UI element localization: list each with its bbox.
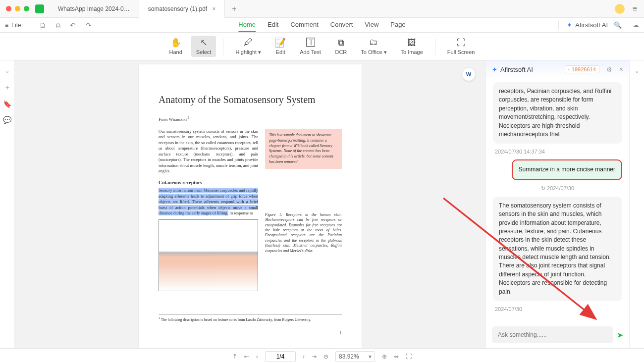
doc-para2: Sensory information from Meissner corpus… (159, 188, 258, 216)
ai-badge[interactable]: ✦ Afirstsoft AI (567, 21, 608, 29)
ai-message: receptors, Pacinian corpuscles, and Ruff… (493, 82, 622, 144)
menu-view[interactable]: View (365, 18, 378, 32)
save-icon[interactable]: 🗎 (37, 21, 48, 29)
tab-label: WhatsApp Image 2024-0… (58, 5, 130, 12)
comments-icon[interactable]: 💬 (3, 116, 11, 124)
zoom-out-icon[interactable]: ⊖ (323, 353, 328, 360)
zoom-in-icon[interactable]: ⊕ (382, 353, 387, 360)
doc-title: Anatomy of the Somatosensory System (159, 94, 342, 105)
ai-panel: ✦ Afirstsoft AI ▫ 19926614 ⚙ × receptors… (485, 60, 629, 348)
page-input[interactable] (265, 351, 296, 362)
maximize-window-button[interactable] (24, 6, 29, 11)
close-window-button[interactable] (6, 6, 11, 11)
scroll-top-icon[interactable]: ⤒ (232, 353, 237, 360)
figure-caption: Figure 1: Receptors in the human skin: M… (265, 212, 342, 254)
user-message: Summarize in a more cncise manner (512, 159, 622, 180)
tool-label: OCR (335, 49, 347, 55)
convert-to-word-badge[interactable]: W (462, 67, 476, 81)
print-icon[interactable]: ⎙ (54, 21, 62, 29)
ai-label: Afirstsoft AI (575, 21, 608, 29)
tool-highlight[interactable]: 🖊 Highlight ▾ (230, 36, 266, 57)
tool-label: Add Text (300, 49, 321, 55)
redo-icon[interactable]: ↷ (84, 21, 94, 29)
tool-full-screen[interactable]: ⛶ Full Screen (442, 36, 480, 57)
page-number: 1 (340, 330, 342, 335)
user-avatar[interactable] (615, 4, 625, 14)
text-icon: 🅃 (306, 38, 315, 48)
tool-edit[interactable]: 📝 Edit (270, 36, 291, 57)
minimize-window-button[interactable] (15, 6, 20, 11)
menu-home[interactable]: Home (238, 18, 256, 32)
doc-footnote: 1 The following description is based on … (159, 314, 342, 322)
menu-comment[interactable]: Comment (290, 18, 318, 32)
file-menu[interactable]: ≡ File (5, 22, 21, 29)
sparkle-icon: ✦ (492, 66, 497, 73)
menu-convert[interactable]: Convert (330, 18, 353, 32)
edit-icon: 📝 (275, 38, 286, 48)
ai-credits-badge[interactable]: ▫ 19926614 (565, 65, 599, 73)
tool-ocr[interactable]: ⧉ OCR (330, 36, 352, 57)
tool-select[interactable]: ↖ Select (191, 36, 216, 57)
gear-icon[interactable]: ⚙ (606, 66, 612, 73)
menu-tabs: Home Edit Comment Convert View Page (238, 18, 405, 32)
statusbar: ⤒ ⇤ ‹ › ⇥ ⊖ 83.92%▾ ⊕ ⇔ ⛶ (0, 348, 644, 364)
add-tab-button[interactable]: + (225, 4, 243, 13)
message-time: ↻ 2024/07/30 (493, 184, 622, 193)
search-icon[interactable]: 🔍 (614, 21, 622, 29)
tool-label: To Image (401, 49, 423, 55)
ai-panel-title: Afirstsoft AI (500, 66, 533, 73)
ai-input[interactable] (492, 326, 613, 343)
bookmarks-icon[interactable]: 🔖 (3, 100, 11, 108)
doc-para1: Our somatosensory system consists of sen… (159, 129, 258, 174)
last-page-icon[interactable]: ⇥ (312, 353, 317, 360)
close-tab-icon[interactable]: × (212, 5, 215, 12)
ai-input-row: ➤ (486, 321, 629, 348)
send-icon[interactable]: ➤ (617, 330, 623, 340)
window-controls (0, 6, 35, 11)
undo-icon[interactable]: ↶ (68, 21, 78, 29)
image-icon: 🖼 (407, 38, 416, 48)
highlighter-icon: 🖊 (244, 38, 253, 48)
menu-page[interactable]: Page (390, 18, 405, 32)
pdf-page: Anatomy of the Somatosensory System From… (139, 64, 362, 348)
tool-add-text[interactable]: 🅃 Add Text (295, 36, 326, 57)
tool-label: Highlight ▾ (235, 49, 261, 55)
main-menu-icon[interactable]: ≡ (633, 4, 637, 13)
next-page-icon[interactable]: › (303, 353, 305, 360)
properties-icon[interactable]: ▫ (636, 67, 638, 75)
right-rail: ▫ (629, 60, 644, 348)
prev-page-icon[interactable]: ‹ (256, 353, 258, 360)
message-time: 2024/07/30 (493, 305, 622, 313)
zoom-select[interactable]: 83.92%▾ (335, 351, 375, 362)
ai-messages[interactable]: receptors, Pacinian corpuscles, and Ruff… (486, 78, 629, 321)
tool-label: Edit (276, 49, 285, 55)
doc-source: From Wikibooks1 (159, 115, 342, 122)
add-page-icon[interactable]: ＋ (4, 83, 11, 92)
fit-width-icon[interactable]: ⇔ (394, 353, 399, 360)
hand-icon: ✋ (170, 38, 181, 48)
first-page-icon[interactable]: ⇤ (244, 353, 249, 360)
tab-whatsapp-image[interactable]: WhatsApp Image 2024-0… (49, 0, 139, 18)
fit-page-icon[interactable]: ⛶ (406, 353, 412, 360)
tab-somatosensory[interactable]: somatosensory (1).pdf × (139, 0, 225, 18)
figure-1 (159, 219, 258, 291)
tab-label: somatosensory (1).pdf (148, 5, 207, 12)
fullscreen-icon: ⛶ (457, 38, 466, 48)
doc-subhead: Cutaneous receptors (159, 179, 258, 186)
toolbar: ✋ Hand ↖ Select 🖊 Highlight ▾ 📝 Edit 🅃 A… (0, 33, 644, 60)
tool-to-office[interactable]: 🗂 To Office ▾ (356, 36, 391, 57)
sparkle-icon: ✦ (567, 21, 572, 29)
hamburger-icon: ≡ (5, 22, 8, 29)
tool-label: Hand (169, 49, 182, 55)
tool-label: Select (196, 49, 212, 55)
doc-note: This is a sample document to showcase pa… (265, 129, 342, 169)
thumbnails-icon[interactable]: ▫ (6, 67, 8, 75)
close-panel-icon[interactable]: × (619, 65, 623, 73)
tool-hand[interactable]: ✋ Hand (164, 36, 187, 57)
document-area[interactable]: Anatomy of the Somatosensory System From… (15, 60, 485, 348)
titlebar: WhatsApp Image 2024-0… somatosensory (1)… (0, 0, 644, 18)
tool-to-image[interactable]: 🖼 To Image (396, 36, 428, 57)
menu-edit[interactable]: Edit (268, 18, 278, 32)
cloud-icon[interactable]: ☁ (633, 21, 639, 29)
ocr-icon: ⧉ (338, 38, 344, 48)
